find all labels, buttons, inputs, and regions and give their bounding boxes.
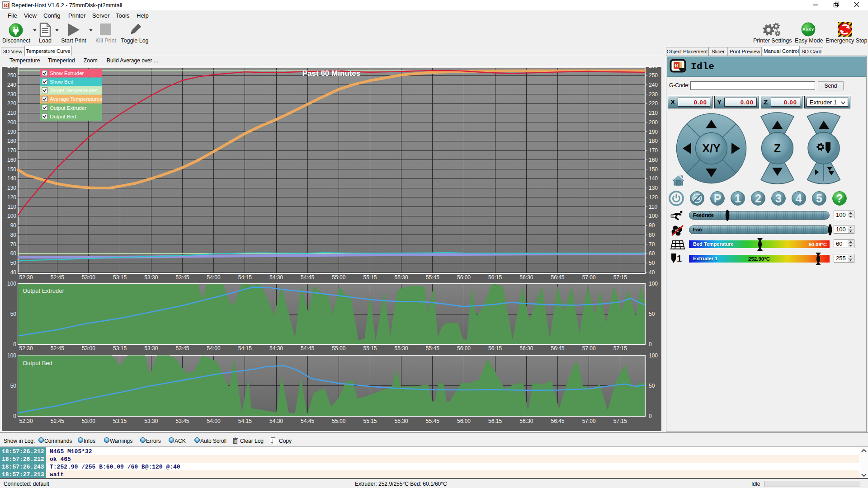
svg-text:0: 0: [13, 413, 16, 419]
svg-text:Show Extruder: Show Extruder: [50, 70, 84, 76]
svg-text:52:30: 52:30: [19, 418, 33, 424]
svg-text:260: 260: [7, 67, 16, 69]
svg-text:54:45: 54:45: [301, 274, 314, 281]
svg-text:160: 160: [7, 157, 16, 163]
svg-text:120: 120: [7, 194, 16, 201]
svg-text:Output Extruder: Output Extruder: [23, 287, 64, 294]
svg-text:230: 230: [649, 91, 658, 98]
svg-text:100: 100: [7, 213, 16, 219]
svg-text:54:15: 54:15: [238, 274, 252, 281]
svg-text:55:30: 55:30: [395, 274, 408, 281]
svg-text:57:15: 57:15: [613, 345, 627, 352]
svg-text:55:30: 55:30: [395, 418, 408, 424]
svg-text:0: 0: [649, 413, 652, 419]
svg-text:70: 70: [649, 241, 655, 248]
svg-text:R: R: [675, 63, 679, 68]
svg-text:250: 250: [649, 72, 658, 79]
svg-text:50: 50: [10, 260, 17, 266]
svg-text:52:30: 52:30: [19, 274, 33, 281]
svg-text:130: 130: [649, 185, 658, 191]
svg-text:170: 170: [7, 147, 16, 154]
svg-text:3: 3: [775, 192, 782, 205]
svg-text:55:45: 55:45: [426, 418, 439, 424]
svg-text:50: 50: [649, 311, 655, 317]
svg-text:140: 140: [7, 175, 16, 182]
svg-text:180: 180: [649, 138, 658, 144]
svg-text:57:00: 57:00: [582, 345, 596, 352]
svg-text:54:45: 54:45: [301, 418, 314, 424]
svg-text:Z: Z: [774, 142, 781, 155]
svg-text:0: 0: [649, 341, 652, 347]
svg-text:190: 190: [649, 129, 658, 135]
svg-text:56:15: 56:15: [488, 345, 502, 352]
svg-text:100: 100: [649, 352, 658, 359]
svg-text:56:45: 56:45: [551, 418, 564, 424]
svg-text:52:45: 52:45: [51, 274, 64, 281]
svg-text:53:00: 53:00: [82, 345, 95, 352]
svg-text:70: 70: [10, 241, 17, 248]
svg-text:50: 50: [10, 311, 17, 317]
svg-text:240: 240: [649, 82, 658, 88]
svg-text:54:30: 54:30: [269, 418, 283, 424]
svg-text:56:15: 56:15: [488, 418, 502, 424]
svg-text:60: 60: [10, 250, 17, 257]
svg-text:150: 150: [7, 166, 16, 173]
svg-text:54:30: 54:30: [269, 274, 283, 281]
svg-text:55:45: 55:45: [426, 345, 439, 352]
svg-text:4: 4: [796, 192, 802, 205]
svg-text:56:45: 56:45: [551, 345, 564, 352]
svg-text:150: 150: [649, 166, 658, 173]
svg-text:54:00: 54:00: [207, 274, 221, 281]
svg-text:Average Temperatures: Average Temperatures: [50, 96, 102, 102]
svg-text:53:30: 53:30: [144, 418, 158, 424]
svg-text:200: 200: [7, 119, 16, 126]
svg-text:210: 210: [649, 110, 658, 116]
svg-text:52:45: 52:45: [51, 345, 64, 352]
svg-text:60: 60: [649, 250, 655, 257]
svg-text:53:45: 53:45: [175, 345, 189, 352]
svg-text:52:30: 52:30: [19, 345, 33, 352]
svg-text:56:00: 56:00: [457, 274, 471, 281]
svg-text:55:15: 55:15: [363, 418, 377, 424]
svg-text:140: 140: [649, 175, 658, 182]
svg-text:55:00: 55:00: [332, 274, 345, 281]
svg-text:55:15: 55:15: [363, 274, 377, 281]
svg-text:56:00: 56:00: [457, 418, 471, 424]
svg-text:Output Extruder: Output Extruder: [50, 105, 86, 111]
svg-text:55:30: 55:30: [395, 345, 408, 352]
svg-text:100: 100: [649, 281, 658, 287]
svg-text:EASY: EASY: [802, 27, 815, 32]
svg-text:100: 100: [7, 281, 16, 287]
svg-text:53:00: 53:00: [82, 274, 95, 281]
svg-text:1: 1: [677, 253, 682, 263]
svg-text:53:15: 53:15: [113, 345, 127, 352]
svg-text:57:00: 57:00: [582, 418, 596, 424]
svg-text:50: 50: [10, 383, 17, 389]
svg-text:190: 190: [7, 129, 16, 135]
svg-text:53:15: 53:15: [113, 418, 127, 424]
svg-text:40: 40: [649, 269, 655, 276]
svg-text:56:45: 56:45: [551, 274, 564, 281]
svg-text:40: 40: [10, 269, 17, 276]
svg-text:Output Bed: Output Bed: [23, 360, 52, 366]
svg-text:80: 80: [10, 232, 17, 238]
svg-text:56:30: 56:30: [519, 345, 533, 352]
svg-text:56:00: 56:00: [457, 345, 471, 352]
svg-text:80: 80: [649, 232, 655, 238]
svg-text:54:15: 54:15: [238, 418, 252, 424]
svg-text:1: 1: [735, 192, 741, 205]
svg-text:X/Y: X/Y: [702, 142, 721, 155]
svg-text:Past 60 Minutes: Past 60 Minutes: [302, 69, 361, 78]
svg-text:54:00: 54:00: [207, 345, 221, 352]
svg-text:R: R: [4, 2, 8, 8]
svg-text:56:30: 56:30: [519, 418, 533, 424]
svg-text:200: 200: [649, 119, 658, 126]
svg-text:250: 250: [7, 72, 16, 79]
svg-text:55:45: 55:45: [426, 274, 439, 281]
svg-text:100: 100: [649, 213, 658, 219]
svg-text:90: 90: [10, 222, 17, 229]
svg-text:240: 240: [7, 82, 16, 88]
svg-text:160: 160: [649, 157, 658, 163]
svg-text:P: P: [714, 192, 722, 205]
svg-text:Output Bed: Output Bed: [50, 114, 76, 119]
